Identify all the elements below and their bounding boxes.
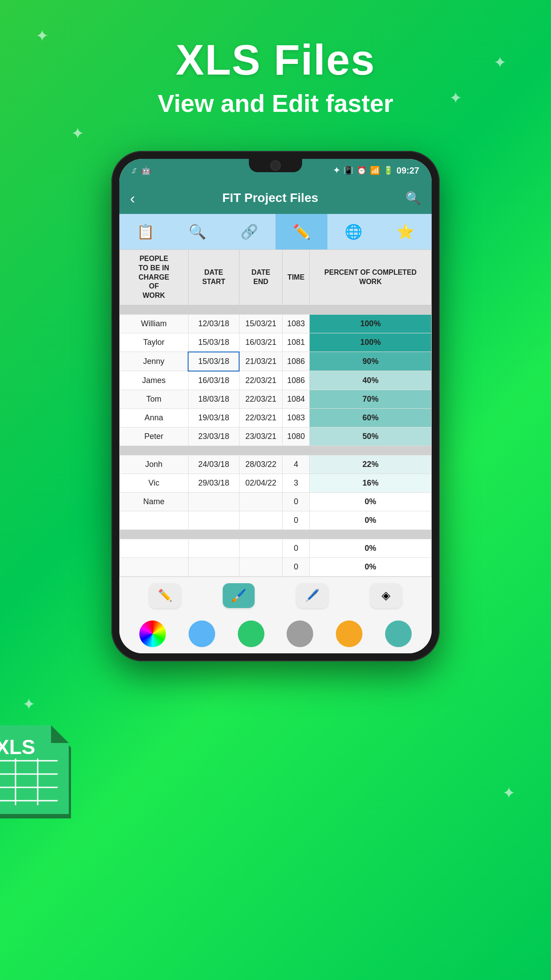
cell-start[interactable]: 15/03/18 xyxy=(188,333,239,352)
cell-end[interactable]: 21/03/21 xyxy=(239,352,282,371)
cell-start[interactable]: 23/03/18 xyxy=(188,427,239,446)
cell-percent[interactable]: 90% xyxy=(310,352,432,371)
cell-name[interactable]: Name xyxy=(120,492,189,511)
col-header-percent: PERCENT OF COMPLETED WORK xyxy=(310,250,432,305)
cell-end[interactable]: 28/03/22 xyxy=(239,455,282,474)
cell-percent[interactable]: 100% xyxy=(310,314,432,333)
tab-star[interactable]: ⭐ xyxy=(380,214,432,249)
back-button[interactable]: ‹ xyxy=(130,190,135,207)
cell-time[interactable]: 1086 xyxy=(283,352,310,371)
cell-end[interactable] xyxy=(239,511,282,530)
cell-time[interactable]: 1080 xyxy=(283,427,310,446)
cell-percent[interactable]: 16% xyxy=(310,474,432,492)
cell-name[interactable]: Taylor xyxy=(120,333,189,352)
green-color[interactable] xyxy=(238,620,264,647)
cell-percent[interactable]: 60% xyxy=(310,408,432,427)
alarm-icon: ⏰ xyxy=(357,166,366,175)
cell-name[interactable]: Anna xyxy=(120,408,189,427)
cell-end[interactable]: 15/03/21 xyxy=(239,314,282,333)
share-icon: 🔗 xyxy=(240,223,258,240)
cell-start[interactable]: 24/03/18 xyxy=(188,455,239,474)
cell-name[interactable]: Peter xyxy=(120,427,189,446)
table-row: James 16/03/18 22/03/21 1086 40% xyxy=(120,371,432,390)
cell-time[interactable]: 0 xyxy=(283,539,310,557)
cell-percent[interactable]: 0% xyxy=(310,557,432,576)
cell-end[interactable]: 16/03/21 xyxy=(239,333,282,352)
cell-end[interactable]: 22/03/21 xyxy=(239,390,282,408)
cell-name[interactable]: William xyxy=(120,314,189,333)
cell-percent[interactable]: 0% xyxy=(310,511,432,530)
tab-share[interactable]: 🔗 xyxy=(224,214,276,249)
cell-end[interactable]: 02/04/22 xyxy=(239,474,282,492)
cell-name[interactable]: Jenny xyxy=(120,352,189,371)
svg-marker-2 xyxy=(51,725,69,743)
table-separator-2 xyxy=(120,446,432,455)
cell-end[interactable]: 22/03/21 xyxy=(239,371,282,390)
cell-start[interactable] xyxy=(188,557,239,576)
cell-name[interactable]: James xyxy=(120,371,189,390)
tab-copy[interactable]: 📋 xyxy=(119,214,171,249)
cell-name[interactable]: Tom xyxy=(120,390,189,408)
pencil-tool[interactable]: ✏️ xyxy=(149,583,181,608)
table-row: 0 0% xyxy=(120,557,432,576)
tab-web[interactable]: 🌐 xyxy=(327,214,379,249)
cell-name[interactable] xyxy=(120,539,189,557)
cell-name[interactable] xyxy=(120,557,189,576)
teal-color[interactable] xyxy=(385,620,412,647)
cell-start[interactable] xyxy=(188,492,239,511)
pen-tool[interactable]: 🖊️ xyxy=(296,583,328,608)
cell-start[interactable]: 12/03/18 xyxy=(188,314,239,333)
orange-color[interactable] xyxy=(336,620,362,647)
cell-start[interactable] xyxy=(188,539,239,557)
cell-percent[interactable]: 22% xyxy=(310,455,432,474)
cell-start[interactable]: 18/03/18 xyxy=(188,390,239,408)
eraser-tool[interactable]: ◈ xyxy=(370,583,402,608)
tab-search[interactable]: 🔍 xyxy=(171,214,223,249)
table-row: Tom 18/03/18 22/03/21 1084 70% xyxy=(120,390,432,408)
cell-time[interactable]: 1081 xyxy=(283,333,310,352)
cell-name[interactable]: Jonh xyxy=(120,455,189,474)
cell-start[interactable]: 29/03/18 xyxy=(188,474,239,492)
cell-end[interactable]: 23/03/21 xyxy=(239,427,282,446)
cell-time[interactable]: 0 xyxy=(283,511,310,530)
cell-percent[interactable]: 40% xyxy=(310,371,432,390)
cell-percent[interactable]: 0% xyxy=(310,492,432,511)
cell-percent[interactable]: 50% xyxy=(310,427,432,446)
rainbow-color[interactable] xyxy=(139,620,166,647)
cell-start[interactable]: 16/03/18 xyxy=(188,371,239,390)
cell-start[interactable]: 19/03/18 xyxy=(188,408,239,427)
cell-start[interactable] xyxy=(188,511,239,530)
gray-color[interactable] xyxy=(287,620,313,647)
cell-time[interactable]: 1083 xyxy=(283,314,310,333)
cell-end[interactable] xyxy=(239,557,282,576)
brush-tool[interactable]: 🖌️ xyxy=(223,583,255,608)
cell-time[interactable]: 3 xyxy=(283,474,310,492)
cell-name[interactable]: Vic xyxy=(120,474,189,492)
blue-color[interactable] xyxy=(189,620,215,647)
tab-edit[interactable]: ✏️ xyxy=(276,214,327,249)
pen-icon: 🖊️ xyxy=(305,589,319,602)
cell-end[interactable]: 22/03/21 xyxy=(239,408,282,427)
cell-end[interactable] xyxy=(239,492,282,511)
phone-camera xyxy=(270,160,281,171)
cell-time[interactable]: 1084 xyxy=(283,390,310,408)
cell-time[interactable]: 1083 xyxy=(283,408,310,427)
phone-mockup: ⎎ 🤖 ✦ 📳 ⏰ 📶 🔋 09:27 ‹ FIT Project Files … xyxy=(111,151,440,661)
cell-time[interactable]: 4 xyxy=(283,455,310,474)
sparkle-3: ✦ xyxy=(71,124,84,143)
cell-time[interactable]: 0 xyxy=(283,492,310,511)
status-time: 09:27 xyxy=(397,166,419,176)
cell-time[interactable]: 0 xyxy=(283,557,310,576)
cell-percent[interactable]: 70% xyxy=(310,390,432,408)
cell-time[interactable]: 1086 xyxy=(283,371,310,390)
cell-start[interactable]: 15/03/18 xyxy=(188,352,239,371)
search-button[interactable]: 🔍 xyxy=(405,191,421,205)
eraser-icon: ◈ xyxy=(382,589,390,602)
col-header-end: DATE END xyxy=(239,250,282,305)
cell-end[interactable] xyxy=(239,539,282,557)
table-row: 0 0% xyxy=(120,511,432,530)
cell-percent[interactable]: 0% xyxy=(310,539,432,557)
col-header-time: TIME xyxy=(283,250,310,305)
cell-name[interactable] xyxy=(120,511,189,530)
cell-percent[interactable]: 100% xyxy=(310,333,432,352)
